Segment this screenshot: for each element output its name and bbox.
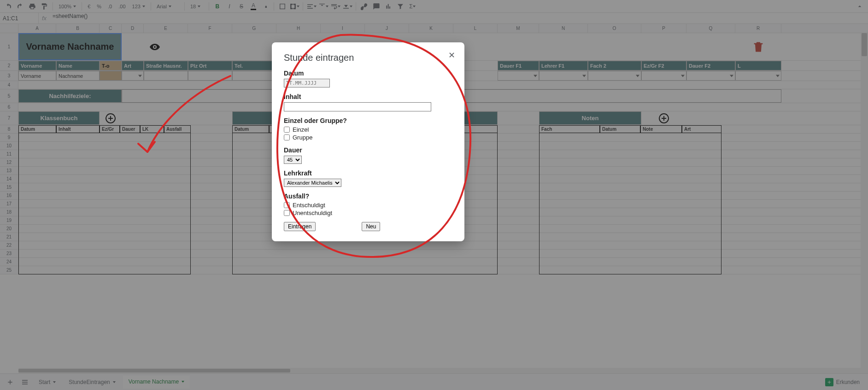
inhalt-input[interactable] xyxy=(284,102,431,111)
datum-input[interactable] xyxy=(284,79,330,87)
gruppe-text: Gruppe xyxy=(293,134,312,141)
entschuldigt-text: Entschuldigt xyxy=(293,202,325,209)
einzel-text: Einzel xyxy=(293,126,309,133)
unentschuldigt-text: Unentschuldigt xyxy=(293,210,332,216)
ausfall-label: Ausfall? xyxy=(284,192,452,200)
unentschuldigt-checkbox[interactable] xyxy=(284,210,290,216)
gruppe-checkbox[interactable] xyxy=(284,134,290,140)
eintragen-button[interactable]: Eintragen xyxy=(284,222,316,231)
inhalt-label: Inhalt xyxy=(284,93,452,100)
dauer-label: Dauer xyxy=(284,146,452,154)
lehrkraft-label: Lehrkraft xyxy=(284,169,452,177)
einzel-checkbox[interactable] xyxy=(284,127,290,133)
neu-button[interactable]: Neu xyxy=(362,222,380,231)
entschuldigt-checkbox[interactable] xyxy=(284,202,290,208)
dialog-close-button[interactable]: ✕ xyxy=(447,51,456,60)
lehrkraft-select[interactable]: Alexander Michaelis xyxy=(284,179,341,187)
dauer-select[interactable]: 45 xyxy=(284,156,302,164)
datum-label: Datum xyxy=(284,70,452,77)
dialog-title: Stunde eintragen xyxy=(284,52,452,63)
einzel-gruppe-label: Einzel oder Gruppe? xyxy=(284,117,452,124)
stunde-eintragen-dialog: Stunde eintragen ✕ Datum Inhalt Einzel o… xyxy=(272,42,464,241)
